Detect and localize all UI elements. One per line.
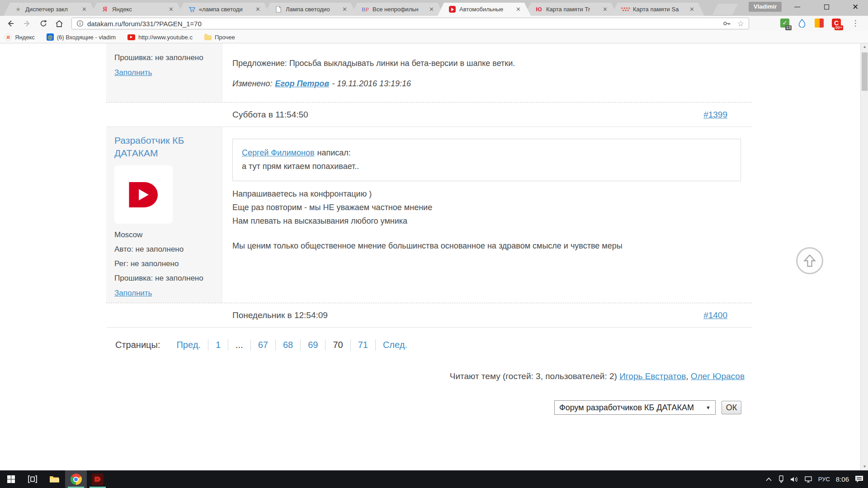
bookmark-folder-other[interactable]: Прочее xyxy=(204,34,235,41)
bookmark-star-icon[interactable]: ☆ xyxy=(737,19,744,28)
screen: ★ Диспетчер закл ✕ Я Яндекс ✕ «лампа све… xyxy=(0,0,868,488)
vertical-scrollbar[interactable]: ▲ ▼ xyxy=(860,43,868,470)
tab-bp-forum[interactable]: BP Все непрофильн ✕ xyxy=(351,3,444,16)
window-minimize-button[interactable] xyxy=(784,0,810,14)
page-68-link[interactable]: 68 xyxy=(275,339,300,351)
tab-active-avtomobilnye[interactable]: Автомобильные ✕ xyxy=(438,3,531,16)
url-text[interactable]: datakam.ru/forum/331/?PAGEN_1=70 xyxy=(87,20,723,28)
page-1-link[interactable]: 1 xyxy=(208,339,228,351)
page-current: 70 xyxy=(325,339,350,351)
post-text: Нам плевать на высказывания любого умник… xyxy=(232,214,741,228)
task-view-button[interactable] xyxy=(22,470,43,488)
tab-close-icon[interactable]: ✕ xyxy=(603,6,608,13)
page-icon xyxy=(275,6,282,13)
author-column: Прошивка: не заполнено Заполнить xyxy=(106,43,222,102)
post-number-link[interactable]: #1399 xyxy=(703,103,727,127)
minimize-icon xyxy=(794,7,800,7)
fill-profile-link[interactable]: Заполнить xyxy=(114,68,152,77)
network-icon[interactable] xyxy=(804,476,812,483)
scrollbar-down-arrow[interactable]: ▼ xyxy=(861,463,868,470)
tab-close-icon[interactable]: ✕ xyxy=(342,6,347,13)
password-key-icon[interactable] xyxy=(723,20,731,27)
reader-user-link[interactable]: Олег Юрасов xyxy=(691,371,745,381)
page-69-link[interactable]: 69 xyxy=(300,339,325,351)
bookmark-youtube[interactable]: http://www.youtube.c xyxy=(127,34,193,41)
tab-close-icon[interactable]: ✕ xyxy=(169,6,174,13)
tab-memory-card-tr[interactable]: Ю Карта памяти Tr ✕ xyxy=(524,3,618,16)
edited-author-link[interactable]: Егор Петров xyxy=(275,79,329,88)
reader-user-link[interactable]: Игорь Евстратов xyxy=(619,371,686,381)
post-text: Напрашиваетесь на конфронтацию ) xyxy=(232,187,741,201)
extension-drop-icon[interactable] xyxy=(797,19,807,28)
scrollbar-up-arrow[interactable]: ▲ xyxy=(861,43,868,51)
author-stat: Рег: не заполнено xyxy=(114,259,213,268)
bookmark-mail-inbox[interactable]: @ (6) Входящие - vladim xyxy=(47,33,116,41)
browser-menu-button[interactable]: ⋮ xyxy=(850,18,861,29)
scrollbar-thumb[interactable] xyxy=(862,52,868,91)
page-67-link[interactable]: 67 xyxy=(250,339,275,351)
extension-visual-bookmarks-icon[interactable] xyxy=(815,19,825,28)
tab-lamp-shop[interactable]: «лампа светоди ✕ xyxy=(177,3,270,16)
tab-title: Все непрофильн xyxy=(373,6,426,13)
window-restore-button[interactable] xyxy=(814,0,839,14)
tab-close-icon[interactable]: ✕ xyxy=(516,6,521,13)
tab-close-icon[interactable]: ✕ xyxy=(255,6,260,13)
forward-button[interactable] xyxy=(20,18,33,29)
window-close-button[interactable]: ✕ xyxy=(843,0,868,14)
page-ellipsis: ... xyxy=(228,339,250,351)
chevron-down-icon: ▼ xyxy=(706,405,711,410)
tab-strip: ★ Диспетчер закл ✕ Я Яндекс ✕ «лампа све… xyxy=(0,0,868,16)
folder-icon xyxy=(49,475,59,483)
extension-red-c-icon[interactable]: C 99+ xyxy=(832,19,842,28)
page-next-link[interactable]: След. xyxy=(375,339,415,351)
bookmark-yandex[interactable]: Я Яндекс xyxy=(5,33,35,41)
taskbar-chrome-button[interactable] xyxy=(65,470,87,488)
language-indicator[interactable]: РУС xyxy=(818,476,830,483)
datakam-logo xyxy=(126,181,161,209)
bookmark-star-icon: ★ xyxy=(14,6,22,13)
author-name-link[interactable]: Разработчик КБ ДАТАКАМ xyxy=(114,134,213,160)
taskbar-datakam-app-button[interactable] xyxy=(87,470,108,488)
file-explorer-button[interactable] xyxy=(43,470,65,488)
page-71-link[interactable]: 71 xyxy=(350,339,375,351)
chrome-icon xyxy=(71,474,82,485)
fill-profile-link[interactable]: Заполнить xyxy=(114,289,152,298)
ok-button[interactable]: ОК xyxy=(722,401,741,414)
tab-close-icon[interactable]: ✕ xyxy=(82,6,87,13)
tab-close-icon[interactable]: ✕ xyxy=(429,6,434,13)
tab-yandex[interactable]: Я Яндекс ✕ xyxy=(90,3,184,16)
message-column: Предложение: Просьба выкладывать линки н… xyxy=(222,43,752,102)
back-button[interactable] xyxy=(4,18,18,29)
forum-select[interactable]: Форум разработчиков КБ ДАТАКАМ ▼ xyxy=(554,400,716,415)
start-button[interactable] xyxy=(0,470,22,488)
address-bar[interactable]: datakam.ru/forum/331/?PAGEN_1=70 ☆ xyxy=(71,18,749,29)
new-tab-button[interactable] xyxy=(712,4,738,15)
close-icon: ✕ xyxy=(852,3,859,11)
arrow-up-icon xyxy=(802,253,817,268)
water-drop-icon xyxy=(797,19,807,28)
post-number-link[interactable]: #1400 xyxy=(703,303,727,328)
reload-button[interactable] xyxy=(37,18,50,29)
page-info-icon[interactable] xyxy=(76,20,84,27)
clock[interactable]: 8:06 xyxy=(836,475,849,483)
windows-taskbar: РУС 8:06 xyxy=(0,470,868,488)
quote-author-link[interactable]: Сергей Филимонов xyxy=(242,148,314,157)
tab-lamp-doc[interactable]: Лампа светодио ✕ xyxy=(264,3,357,16)
avatar[interactable] xyxy=(114,165,173,224)
usb-device-icon[interactable] xyxy=(778,475,784,483)
tray-expand-chevron-icon[interactable] xyxy=(765,477,772,482)
post-text: Еще раз повторим - мы НЕ уважаем частное… xyxy=(232,201,741,214)
tab-memory-card-sa[interactable]: ★★★★★★★ Карта памяти Sa ✕ xyxy=(611,3,704,16)
tab-close-icon[interactable]: ✕ xyxy=(689,6,694,13)
tab-bookmark-manager[interactable]: ★ Диспетчер закл ✕ xyxy=(4,3,97,16)
scroll-to-top-button[interactable] xyxy=(796,247,823,274)
tab-title: Лампа светодио xyxy=(286,6,340,13)
page-viewport: Прошивка: не заполнено Заполнить Предлож… xyxy=(0,43,860,470)
folder-icon xyxy=(204,35,212,40)
extension-adblock-icon[interactable]: ✓ 13 xyxy=(780,19,790,28)
action-center-icon[interactable] xyxy=(855,475,863,483)
home-button[interactable] xyxy=(52,18,66,29)
profile-badge[interactable]: Vladimir xyxy=(749,2,782,12)
page-prev-link[interactable]: Пред. xyxy=(169,339,208,351)
volume-icon[interactable] xyxy=(790,476,798,483)
